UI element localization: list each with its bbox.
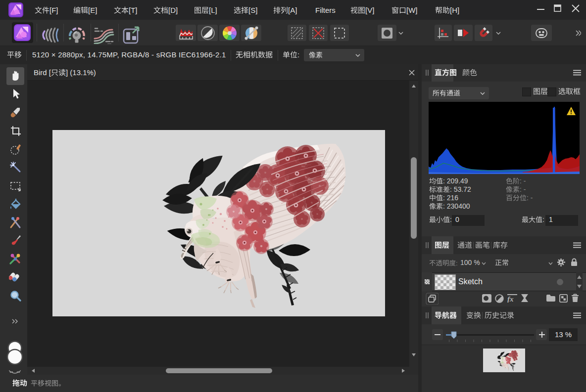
- svg-text:0: 0: [455, 216, 459, 223]
- svg-text:[W]: [W]: [406, 6, 418, 14]
- svg-text:100 %: 100 %: [460, 259, 480, 266]
- svg-text:1: 1: [549, 216, 553, 223]
- svg-text:: -: : -: [520, 185, 526, 193]
- svg-text:[F]: [F]: [49, 6, 58, 14]
- svg-text::: :: [297, 50, 299, 59]
- svg-text:] (13.1%): ] (13.1%): [66, 68, 96, 77]
- svg-text:Sketch: Sketch: [458, 277, 483, 286]
- svg-text:: 53.72: : 53.72: [450, 185, 471, 193]
- svg-text:: 209.49: : 209.49: [443, 177, 468, 185]
- svg-text:: 230400: : 230400: [443, 202, 470, 210]
- svg-text:Bird [: Bird [: [34, 68, 51, 77]
- svg-text:Filters: Filters: [315, 6, 336, 14]
- svg-text:fx: fx: [507, 295, 514, 303]
- svg-text:[V]: [V]: [365, 6, 374, 14]
- svg-text:[E]: [E]: [88, 6, 97, 14]
- svg-text:: -: : -: [520, 177, 526, 185]
- svg-text:: 216: : 216: [443, 194, 458, 202]
- svg-text:[A]: [A]: [288, 6, 297, 14]
- svg-text:13 %: 13 %: [555, 330, 572, 339]
- svg-text:5120 × 2880px, 14.75MP, RGBA/8: 5120 × 2880px, 14.75MP, RGBA/8 - sRGB IE…: [32, 50, 226, 59]
- svg-text:[H]: [H]: [450, 6, 459, 14]
- svg-text:[L]: [L]: [209, 6, 217, 14]
- svg-text:[S]: [S]: [248, 6, 257, 14]
- svg-text::: :: [456, 260, 458, 267]
- svg-text:[T]: [T]: [129, 6, 138, 14]
- svg-text:[D]: [D]: [168, 6, 178, 14]
- svg-text::: :: [542, 216, 544, 223]
- svg-text:: -: : -: [527, 194, 533, 202]
